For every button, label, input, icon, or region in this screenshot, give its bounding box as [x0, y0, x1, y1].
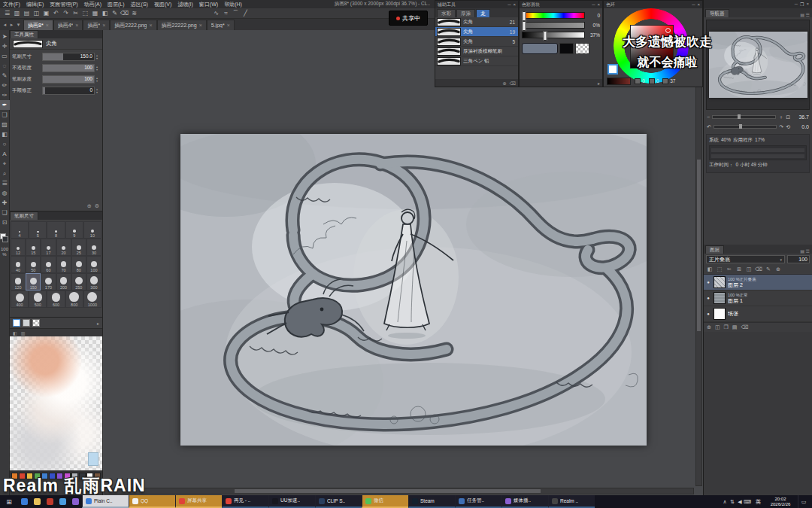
tool-icon[interactable]: ◧: [0, 129, 10, 139]
chips-more-icon[interactable]: ▸: [97, 321, 99, 326]
toolbar-icon[interactable]: ▦: [90, 8, 100, 18]
layer-footer-icon[interactable]: ❒: [724, 324, 729, 330]
taskbar-button[interactable]: CLIP S..: [315, 495, 362, 508]
brush-size-cell[interactable]: 170: [41, 273, 56, 291]
subtool-group-tab[interactable]: 厚涂: [456, 9, 475, 17]
foreground-background-chips[interactable]: [0, 233, 9, 243]
brush-size-cell[interactable]: 800: [65, 291, 83, 308]
tool-icon[interactable]: ✎: [0, 71, 10, 81]
brush-size-cell[interactable]: 12: [11, 239, 26, 256]
sub-color-chip[interactable]: [2, 236, 8, 242]
stroke-icon[interactable]: ≈: [221, 8, 231, 18]
brush-size-cell[interactable]: 4: [11, 221, 29, 239]
tool-icon[interactable]: ▭: [0, 51, 10, 61]
app-close-icon[interactable]: ×: [697, 2, 700, 7]
stepper-down-icon[interactable]: ▾: [96, 80, 100, 83]
zoom-minus-icon[interactable]: −: [707, 114, 710, 120]
slider-mode-icon[interactable]: ▸: [598, 81, 600, 86]
subtool-item[interactable]: 尖角5: [435, 37, 518, 47]
layer-tool-icon[interactable]: ⊞: [735, 266, 743, 272]
hue-slider[interactable]: [522, 12, 585, 19]
menu-item[interactable]: 编辑(E): [23, 0, 47, 8]
navigator-preview[interactable]: [706, 20, 810, 110]
menu-item[interactable]: 文件(F): [0, 0, 23, 8]
taskbar-button[interactable]: UU加速..: [268, 495, 315, 508]
toolbar-icon[interactable]: ↷: [61, 8, 71, 18]
menu-item[interactable]: 滤镜(I): [174, 0, 196, 8]
brush-size-cell[interactable]: 120: [11, 273, 26, 291]
taskbar-button[interactable]: 微信: [362, 495, 408, 508]
layer-tool-icon[interactable]: ⊕: [774, 266, 782, 272]
taskbar-pinned-search-icon[interactable]: [21, 498, 28, 505]
brush-size-cell[interactable]: 150: [26, 273, 41, 291]
tool-icon[interactable]: ✛: [0, 41, 10, 51]
tab-nav-icon[interactable]: ▾: [15, 19, 22, 30]
menu-item[interactable]: 图层(L): [105, 0, 128, 8]
zoom-plus-icon[interactable]: ＋: [778, 114, 783, 121]
tool-icon[interactable]: ✏: [0, 81, 10, 90]
panel-footer-icon[interactable]: ⚙: [95, 203, 99, 209]
tab-close-icon[interactable]: ×: [46, 23, 49, 28]
menu-item[interactable]: 窗口(W): [196, 0, 221, 8]
palette-blue-swatch[interactable]: [88, 452, 98, 466]
tab-close-icon[interactable]: ×: [149, 23, 152, 28]
sat-slider[interactable]: [522, 22, 585, 29]
document-tab[interactable]: 插画22222.png×: [157, 20, 207, 30]
brush-size-cell[interactable]: 250: [71, 273, 86, 291]
toolbar-icon[interactable]: ▥: [12, 8, 22, 18]
document-tab[interactable]: 插画2222.png×: [110, 20, 156, 30]
close-icon[interactable]: ×: [513, 2, 516, 7]
tool-icon[interactable]: ○: [0, 139, 10, 149]
layer-footer-icon[interactable]: ⊕: [707, 324, 711, 330]
canvas[interactable]: [180, 134, 647, 446]
minimize-icon[interactable]: ─: [692, 2, 695, 7]
toolbar-icon[interactable]: ⬚: [80, 8, 90, 18]
brush-size-cell[interactable]: 300: [86, 273, 102, 291]
zoom-reset-icon[interactable]: ⊡: [786, 114, 790, 120]
document-tab[interactable]: 插画4*×: [53, 20, 83, 30]
brush-size-cell[interactable]: 15: [26, 239, 41, 256]
tool-icon[interactable]: ❑: [0, 110, 10, 120]
tone-gradient-bar[interactable]: [607, 78, 631, 85]
brush-size-cell[interactable]: 17: [41, 239, 56, 256]
brush-size-cell[interactable]: 70: [56, 256, 71, 273]
close-icon[interactable]: ×: [597, 2, 600, 7]
tool-icon[interactable]: ➤: [0, 32, 10, 41]
tool-icon[interactable]: ▨: [0, 120, 10, 129]
tool-icon[interactable]: ✒: [0, 100, 10, 110]
palette-grid-icon[interactable]: ▥: [21, 330, 26, 336]
layer-row[interactable]: ●100 %正片叠底图层 2: [704, 275, 812, 291]
horizontal-scrollbar-thumb[interactable]: [235, 489, 541, 493]
tool-icon[interactable]: ⊡: [0, 217, 10, 227]
field-slider[interactable]: 150.0: [42, 53, 95, 61]
brush-size-cell[interactable]: 100: [86, 256, 102, 273]
quick-opacity[interactable]: 100 %: [1, 247, 8, 257]
panel-footer-icon[interactable]: ⌫: [510, 81, 516, 86]
minimize-icon[interactable]: ─: [592, 2, 595, 7]
brush-size-cell[interactable]: 1000: [83, 291, 102, 308]
tray-icon[interactable]: ◀: [736, 499, 744, 505]
menu-item[interactable]: 动画(A): [81, 0, 105, 8]
sub-color-swatch[interactable]: [23, 319, 30, 327]
layer-visibility-icon[interactable]: ●: [705, 312, 711, 316]
toolbar-icon[interactable]: ◫: [32, 8, 41, 18]
stroke-icon[interactable]: ⌒: [231, 8, 241, 18]
tray-icon[interactable]: ⇅: [729, 499, 736, 505]
taskbar-clock[interactable]: 20:02 2026/2/26: [765, 497, 795, 507]
taskbar-button[interactable]: 任务管..: [455, 495, 501, 508]
tab-close-icon[interactable]: ×: [227, 23, 230, 28]
subtool-item[interactable]: 厚涂衬质模糊笔刷: [435, 47, 518, 56]
stroke-icon[interactable]: ╱: [241, 8, 250, 18]
val-slider[interactable]: [522, 32, 585, 38]
layer-footer-icon[interactable]: ◫: [715, 324, 720, 330]
layer-tool-icon[interactable]: ✎: [765, 266, 772, 272]
taskbar-pinned-music-icon[interactable]: [72, 498, 79, 505]
black-swatch[interactable]: [559, 43, 574, 54]
toolbar-icon[interactable]: ◧: [100, 8, 110, 18]
start-button[interactable]: ⊞: [0, 495, 18, 508]
tool-property-tab[interactable]: 工具属性: [10, 30, 38, 38]
tab-close-icon[interactable]: ×: [102, 23, 105, 28]
stepper-down-icon[interactable]: ▾: [96, 68, 100, 71]
sharing-badge[interactable]: 共享中: [389, 11, 428, 26]
brush-size-cell[interactable]: 50: [26, 256, 41, 273]
